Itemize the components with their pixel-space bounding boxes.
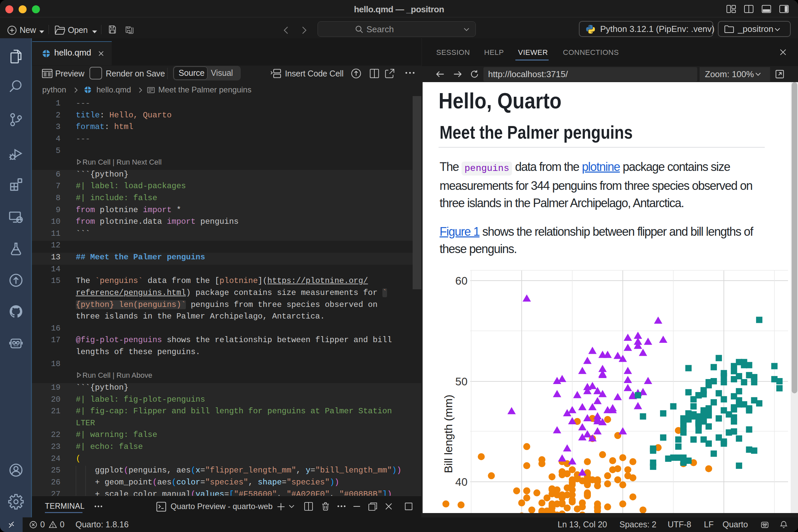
svg-text:60: 60 bbox=[455, 274, 468, 287]
svg-text:50: 50 bbox=[455, 375, 468, 388]
svg-text:Bill length (mm): Bill length (mm) bbox=[442, 395, 455, 473]
svg-text:40: 40 bbox=[455, 476, 468, 488]
